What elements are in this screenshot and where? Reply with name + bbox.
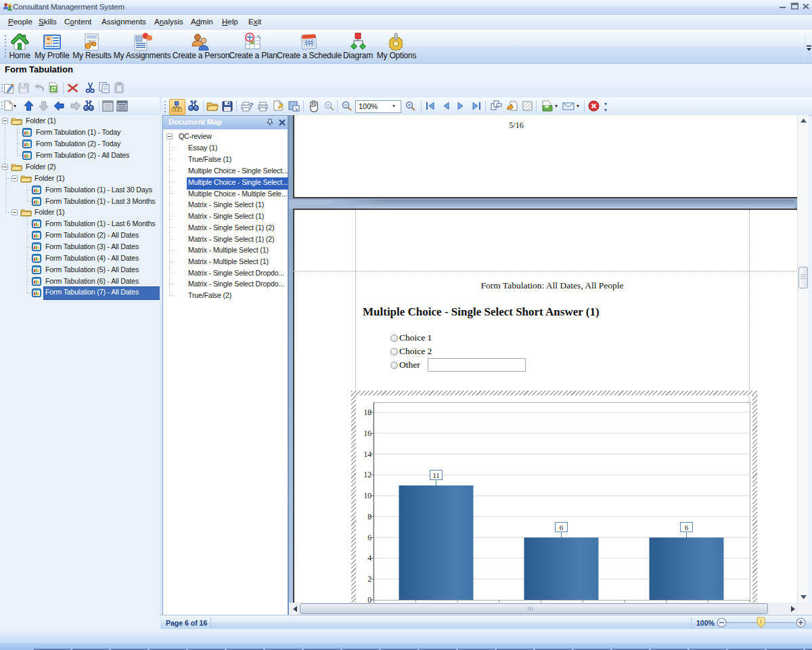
svg-text:12: 12 [364,471,372,479]
svg-text:10: 10 [364,492,372,500]
svg-text:6: 6 [560,523,564,532]
svg-text:6: 6 [685,523,689,532]
svg-text:18: 18 [364,408,372,416]
svg-text:8: 8 [367,513,371,521]
svg-text:0: 0 [367,596,371,603]
svg-text:11: 11 [432,471,440,479]
svg-text:16: 16 [364,429,372,437]
svg-text:6: 6 [367,534,371,542]
svg-text:?: ? [250,102,254,108]
svg-text:14: 14 [364,450,372,458]
svg-text:4: 4 [367,554,371,562]
svg-text:2: 2 [367,575,371,583]
